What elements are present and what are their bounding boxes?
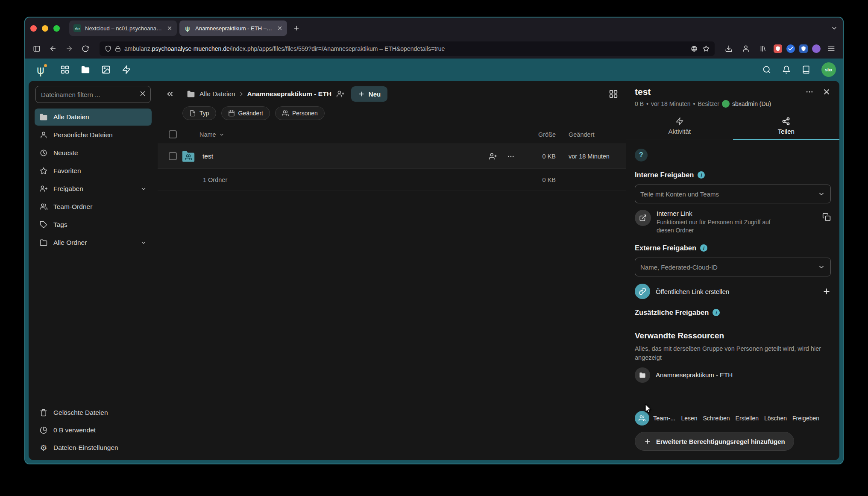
column-header-name[interactable]: Name bbox=[199, 131, 225, 138]
nextcloud-logo[interactable]: ψ bbox=[32, 61, 49, 78]
back-button[interactable] bbox=[47, 42, 59, 55]
external-share-input[interactable] bbox=[640, 264, 814, 271]
filter-chip-geaendert[interactable]: Geändert bbox=[221, 106, 270, 120]
menu-hamburger-icon[interactable] bbox=[825, 42, 838, 55]
extension-icon-1[interactable] bbox=[774, 44, 782, 53]
perm-schreiben[interactable]: Schreiben bbox=[703, 415, 730, 422]
chevron-down-icon[interactable] bbox=[818, 190, 825, 198]
extension-icon-2[interactable] bbox=[786, 44, 795, 53]
sidebar-item-label: Gelöschte Dateien bbox=[53, 409, 108, 417]
details-actions-kebab-icon[interactable] bbox=[805, 88, 814, 96]
tracking-protection-shield-icon[interactable] bbox=[105, 45, 111, 52]
info-icon[interactable]: i bbox=[713, 309, 720, 316]
address-bar[interactable]: ambulanz.psychoanalyse-muenchen.de/index… bbox=[100, 41, 715, 56]
tab-teilen[interactable]: Teilen bbox=[733, 114, 840, 140]
share-row-icon[interactable] bbox=[489, 153, 497, 160]
extension-icon-3[interactable] bbox=[799, 44, 808, 53]
internal-share-select[interactable] bbox=[635, 185, 831, 203]
close-window-button[interactable] bbox=[30, 25, 37, 32]
row-checkbox[interactable] bbox=[169, 152, 177, 160]
sidebar-item-alle-ordner[interactable]: Alle Ordner bbox=[35, 234, 152, 251]
sidebar-item-dateien-einstellungen[interactable]: ⚙ Dateien-Einstellungen bbox=[35, 439, 152, 456]
tab-favicon-logo: ψ bbox=[184, 24, 191, 32]
info-icon[interactable]: i bbox=[698, 171, 705, 179]
info-icon[interactable]: i bbox=[700, 244, 707, 252]
extension-icon-4[interactable] bbox=[812, 44, 821, 53]
photos-app-icon[interactable] bbox=[101, 65, 111, 74]
select-all-checkbox[interactable] bbox=[169, 130, 177, 138]
sidebar-item-label: Dateien-Einstellungen bbox=[53, 444, 118, 452]
add-public-link-icon[interactable] bbox=[822, 287, 831, 296]
filter-chip-typ[interactable]: Typ bbox=[182, 106, 216, 120]
browser-tab-nextcloud[interactable]: sbx Nextcloud – nc01.psychoanalyse bbox=[69, 21, 177, 36]
team-icon bbox=[39, 203, 48, 211]
contacts-icon[interactable] bbox=[802, 65, 810, 74]
downloads-icon[interactable] bbox=[722, 42, 735, 55]
perm-freigeben[interactable]: Freigeben bbox=[792, 415, 819, 422]
related-resource-item[interactable]: Anamnesepraktikum - ETH bbox=[635, 367, 831, 383]
translate-icon[interactable] bbox=[691, 45, 698, 52]
internal-share-input[interactable] bbox=[640, 191, 814, 198]
activity-app-icon[interactable] bbox=[122, 65, 131, 74]
tab-aktivitaet[interactable]: Aktivität bbox=[626, 114, 733, 140]
sidebar-item-alle-dateien[interactable]: Alle Dateien bbox=[35, 109, 152, 126]
perm-lesen[interactable]: Lesen bbox=[681, 415, 697, 422]
tab-close-icon[interactable] bbox=[167, 25, 173, 31]
collapse-sidebar-icon[interactable] bbox=[165, 89, 175, 99]
minimize-window-button[interactable] bbox=[42, 25, 48, 32]
chevron-down-icon[interactable] bbox=[140, 185, 147, 192]
column-header-size[interactable]: Größe bbox=[517, 131, 556, 138]
row-actions-kebab-icon[interactable] bbox=[507, 153, 515, 160]
table-row[interactable]: test 0 KB vor 18 Minuten bbox=[158, 144, 626, 169]
close-details-icon[interactable] bbox=[822, 88, 831, 96]
copy-link-icon[interactable] bbox=[822, 213, 831, 221]
sidebar-item-favoriten[interactable]: Favoriten bbox=[35, 162, 152, 179]
external-share-select[interactable] bbox=[635, 258, 831, 276]
filter-chip-personen[interactable]: Personen bbox=[275, 106, 325, 120]
sidebar-item-persoenliche-dateien[interactable]: Persönliche Dateien bbox=[35, 126, 152, 144]
sidebar-item-team-ordner[interactable]: Team-Ordner bbox=[35, 198, 152, 215]
reload-button[interactable] bbox=[79, 42, 92, 55]
sidebar-item-tags[interactable]: Tags bbox=[35, 216, 152, 233]
search-icon[interactable] bbox=[762, 65, 771, 74]
user-avatar[interactable]: sbx bbox=[821, 62, 836, 77]
list-all-tabs-icon[interactable] bbox=[831, 25, 838, 32]
file-name[interactable]: test bbox=[202, 153, 476, 160]
bookmark-star-icon[interactable] bbox=[703, 45, 710, 52]
perm-erstellen[interactable]: Erstellen bbox=[736, 415, 759, 422]
add-permission-rule-button[interactable]: Erweiterte Berechtigungsregel hinzufügen bbox=[635, 432, 794, 451]
breadcrumb-current[interactable]: Anamnesepraktikum - ETH bbox=[247, 90, 331, 98]
filename-filter-input[interactable] bbox=[35, 86, 151, 103]
forward-button[interactable] bbox=[63, 42, 76, 55]
sharing-help-button[interactable]: ? bbox=[635, 149, 648, 161]
shared-indicator-icon[interactable] bbox=[337, 90, 344, 98]
lock-icon[interactable] bbox=[115, 46, 121, 52]
chevron-down-icon[interactable] bbox=[140, 239, 147, 246]
new-button[interactable]: Neu bbox=[351, 86, 387, 102]
sidebar-item-freigaben[interactable]: Freigaben bbox=[35, 180, 152, 197]
zoom-window-button[interactable] bbox=[53, 25, 60, 32]
library-icon[interactable] bbox=[757, 42, 769, 55]
sidebar-item-quota[interactable]: 0 B verwendet bbox=[35, 422, 152, 439]
related-resources-title: Verwandte Ressourcen bbox=[635, 331, 831, 340]
sidebar-toggle-icon[interactable] bbox=[30, 42, 43, 55]
tab-close-icon[interactable] bbox=[277, 25, 283, 31]
notifications-bell-icon[interactable] bbox=[782, 65, 791, 74]
chevron-down-icon[interactable] bbox=[818, 263, 825, 271]
sidebar-item-geloeschte-dateien[interactable]: Gelöschte Dateien bbox=[35, 404, 152, 421]
column-header-modified[interactable]: Geändert bbox=[569, 131, 618, 138]
breadcrumb: Alle Dateien Anamnesepraktikum - ETH Neu bbox=[158, 84, 626, 104]
perm-loeschen[interactable]: Löschen bbox=[764, 415, 787, 422]
new-tab-button[interactable] bbox=[293, 25, 300, 32]
file-modified: vor 18 Minuten bbox=[569, 153, 618, 160]
files-app-icon[interactable] bbox=[81, 65, 90, 74]
breadcrumb-root[interactable]: Alle Dateien bbox=[199, 90, 235, 98]
account-icon[interactable] bbox=[739, 42, 752, 55]
browser-tab-anamnesepraktikum[interactable]: ψ Anamnesepraktikum - ETH – All bbox=[179, 21, 287, 36]
grid-view-toggle-icon[interactable] bbox=[609, 89, 618, 99]
sidebar-item-neueste[interactable]: Neueste bbox=[35, 144, 152, 161]
clear-filter-icon[interactable] bbox=[139, 90, 147, 97]
share-person-icon bbox=[39, 185, 48, 193]
dashboard-app-icon[interactable] bbox=[60, 65, 70, 74]
public-link-row[interactable]: Öffentlichen Link erstellen bbox=[635, 284, 831, 299]
